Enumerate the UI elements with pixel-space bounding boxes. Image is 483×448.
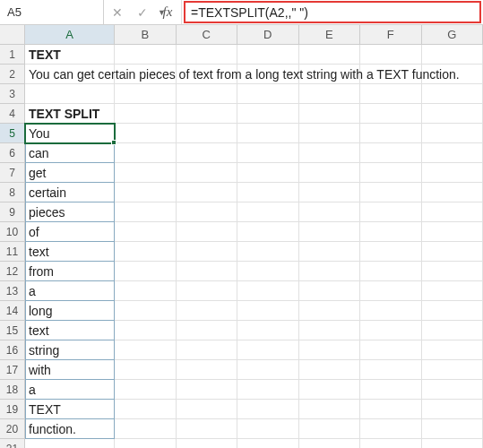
cell-G4[interactable] [422,104,484,124]
cell-G3[interactable] [422,84,484,104]
cell-A20[interactable]: function. [25,419,115,439]
cell-C16[interactable] [177,340,238,360]
row-header-5[interactable]: 5 [0,124,25,143]
cell-F17[interactable] [360,360,422,380]
cell-F10[interactable] [360,222,422,242]
row-header-15[interactable]: 15 [0,321,25,340]
cell-D9[interactable] [237,202,299,222]
cell-B4[interactable] [115,104,177,124]
cell-E8[interactable] [299,183,361,202]
select-all-corner[interactable] [0,25,25,45]
cell-E7[interactable] [299,163,361,183]
cell-F8[interactable] [360,183,422,202]
cell-D6[interactable] [237,143,299,163]
cell-E10[interactable] [299,222,361,242]
cell-E15[interactable] [299,321,361,340]
cell-C4[interactable] [177,104,238,124]
row-header-20[interactable]: 20 [0,419,25,439]
row-header-4[interactable]: 4 [0,104,25,124]
cell-F1[interactable] [360,45,422,65]
cell-E18[interactable] [299,380,361,400]
cell-D19[interactable] [237,400,299,419]
cell-E13[interactable] [299,281,361,301]
cell-F3[interactable] [360,84,422,104]
cell-A18[interactable]: a [25,380,115,400]
cell-D7[interactable] [237,163,299,183]
cell-F16[interactable] [360,340,422,360]
cell-D16[interactable] [237,340,299,360]
cell-C13[interactable] [177,281,238,301]
cell-E16[interactable] [299,340,361,360]
cell-G7[interactable] [422,163,484,183]
cell-F12[interactable] [360,262,422,281]
row-header-3[interactable]: 3 [0,84,25,104]
cell-F20[interactable] [360,419,422,439]
col-header-B[interactable]: B [115,25,177,45]
cell-G5[interactable] [422,124,484,143]
row-header-7[interactable]: 7 [0,163,25,183]
cell-A1[interactable]: TEXT [25,45,115,65]
cell-D14[interactable] [237,301,299,321]
cell-A4[interactable]: TEXT SPLIT [25,104,115,124]
cell-B3[interactable] [115,84,177,104]
cell-G16[interactable] [422,340,484,360]
cell-B15[interactable] [115,321,177,340]
col-header-E[interactable]: E [299,25,361,45]
cell-A8[interactable]: certain [25,183,115,202]
cell-C6[interactable] [177,143,238,163]
cell-G8[interactable] [422,183,484,202]
cell-B14[interactable] [115,301,177,321]
cell-G10[interactable] [422,222,484,242]
cell-D8[interactable] [237,183,299,202]
cell-C5[interactable] [177,124,238,143]
cell-E5[interactable] [299,124,361,143]
col-header-D[interactable]: D [237,25,299,45]
cell-E21[interactable] [299,439,361,448]
cell-B8[interactable] [115,183,177,202]
cell-B10[interactable] [115,222,177,242]
cell-A13[interactable]: a [25,281,115,301]
cell-D17[interactable] [237,360,299,380]
cell-A3[interactable] [25,84,115,104]
cell-B21[interactable] [115,439,177,448]
cell-D5[interactable] [237,124,299,143]
enter-icon[interactable]: ✓ [134,4,151,21]
cell-G19[interactable] [422,400,484,419]
cell-C18[interactable] [177,380,238,400]
col-header-G[interactable]: G [422,25,484,45]
cell-G11[interactable] [422,242,484,262]
row-header-8[interactable]: 8 [0,183,25,202]
cell-E9[interactable] [299,202,361,222]
cell-C15[interactable] [177,321,238,340]
cell-E12[interactable] [299,262,361,281]
cell-E19[interactable] [299,400,361,419]
row-header-2[interactable]: 2 [0,65,25,84]
cell-F7[interactable] [360,163,422,183]
cell-G17[interactable] [422,360,484,380]
row-header-14[interactable]: 14 [0,301,25,321]
cell-E20[interactable] [299,419,361,439]
cell-F19[interactable] [360,400,422,419]
cell-D4[interactable] [237,104,299,124]
cell-E6[interactable] [299,143,361,163]
cell-C20[interactable] [177,419,238,439]
fx-icon[interactable]: fx [160,4,176,21]
cell-G6[interactable] [422,143,484,163]
cell-F11[interactable] [360,242,422,262]
cell-B6[interactable] [115,143,177,163]
row-header-21[interactable]: 21 [0,439,25,448]
cell-C9[interactable] [177,202,238,222]
name-box-wrap[interactable]: ▼ [0,0,104,24]
cell-F18[interactable] [360,380,422,400]
cell-G14[interactable] [422,301,484,321]
row-header-9[interactable]: 9 [0,202,25,222]
cell-A21[interactable] [25,439,115,448]
cell-D21[interactable] [237,439,299,448]
cell-B17[interactable] [115,360,177,380]
cell-G13[interactable] [422,281,484,301]
cell-B18[interactable] [115,380,177,400]
cell-C14[interactable] [177,301,238,321]
cell-C17[interactable] [177,360,238,380]
cell-D1[interactable] [237,45,299,65]
cell-G12[interactable] [422,262,484,281]
